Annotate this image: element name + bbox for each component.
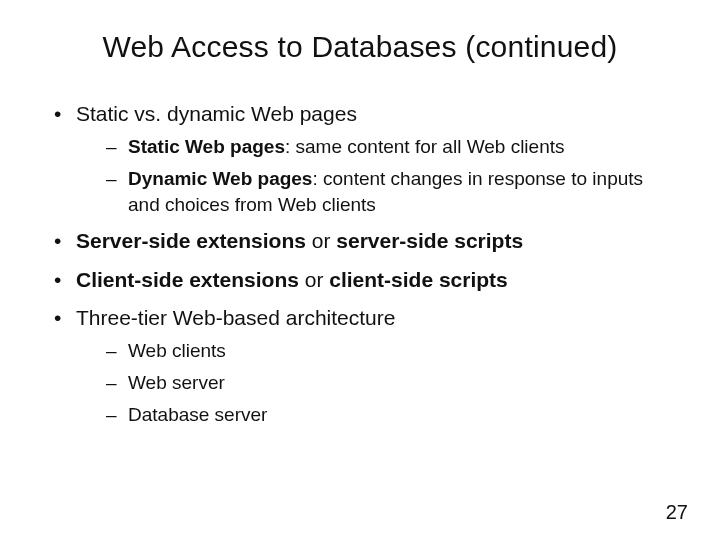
connector-or: or — [306, 229, 336, 252]
definition-static: : same content for all Web clients — [285, 136, 565, 157]
term-dynamic: Dynamic Web pages — [128, 168, 312, 189]
bullet-text: Static vs. dynamic Web pages — [76, 102, 357, 125]
connector-or: or — [299, 268, 329, 291]
term-server-scripts: server-side scripts — [336, 229, 523, 252]
sub-list: Static Web pages: same content for all W… — [106, 134, 680, 217]
bullet-client-side: Client-side extensions or client-side sc… — [50, 266, 680, 294]
bullet-server-side: Server-side extensions or server-side sc… — [50, 227, 680, 255]
slide: Web Access to Databases (continued) Stat… — [0, 0, 720, 540]
bullet-three-tier: Three-tier Web-based architecture Web cl… — [50, 304, 680, 427]
sub-web-clients: Web clients — [106, 338, 680, 364]
bullet-static-vs-dynamic: Static vs. dynamic Web pages Static Web … — [50, 100, 680, 217]
sub-web-server: Web server — [106, 370, 680, 396]
sub-static-pages: Static Web pages: same content for all W… — [106, 134, 680, 160]
sub-database-server: Database server — [106, 402, 680, 428]
term-server-ext: Server-side extensions — [76, 229, 306, 252]
term-client-ext: Client-side extensions — [76, 268, 299, 291]
term-static: Static Web pages — [128, 136, 285, 157]
slide-title: Web Access to Databases (continued) — [40, 30, 680, 64]
sub-list: Web clients Web server Database server — [106, 338, 680, 427]
bullet-list: Static vs. dynamic Web pages Static Web … — [50, 100, 680, 427]
term-client-scripts: client-side scripts — [329, 268, 508, 291]
bullet-text: Three-tier Web-based architecture — [76, 306, 395, 329]
page-number: 27 — [666, 501, 688, 524]
sub-dynamic-pages: Dynamic Web pages: content changes in re… — [106, 166, 680, 217]
